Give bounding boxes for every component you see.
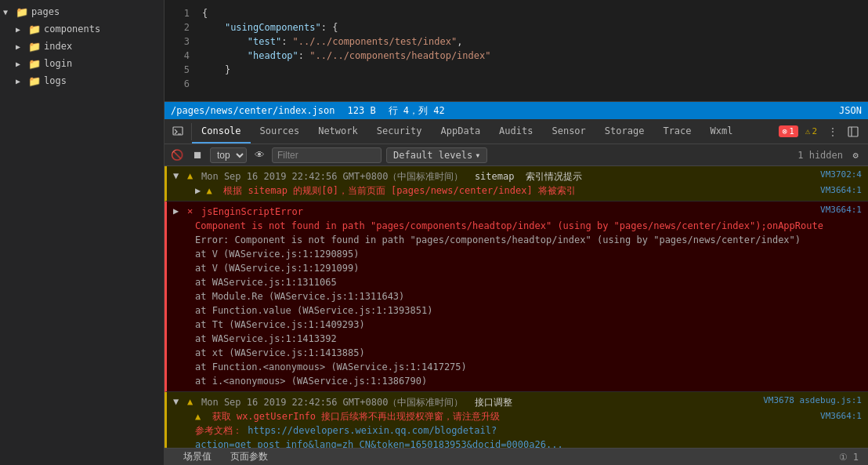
tree-label-index: index xyxy=(44,41,72,52)
sitemap-detail: ▶ ▲ 根据 sitemap 的规则[0]，当前页面 [pages/news/c… xyxy=(173,183,862,198)
interface-entry-text: Mon Sep 16 2019 22:42:56 GMT+0800（中国标准时间… xyxy=(201,395,760,409)
line-num-1: 1 xyxy=(165,6,190,20)
settings-icon[interactable]: ⚙ xyxy=(848,147,863,163)
tab-appdata[interactable]: AppData xyxy=(432,119,490,143)
interface-collapse-arrow[interactable]: ▼ xyxy=(173,396,184,407)
tree-item-index[interactable]: ▶ 📁 index xyxy=(0,38,164,55)
eye-icon[interactable]: 👁 xyxy=(251,147,267,163)
sitemap-sub-source[interactable]: VM3664:1 xyxy=(820,183,862,198)
jsengin-error-icon: ✕ xyxy=(187,205,198,216)
sitemap-sub-warn-icon: ▲ xyxy=(206,185,212,196)
interface-doc-link[interactable]: https://developers.weixin.qq.com/blogdet… xyxy=(195,425,563,448)
tree-label-login: login xyxy=(44,58,72,69)
bottom-tab-params[interactable]: 页面参数 xyxy=(221,449,277,465)
file-tree-panel: ▼ 📁 pages ▶ 📁 components ▶ 📁 index ▶ 📁 l… xyxy=(0,0,165,465)
interface-source[interactable]: VM3678 asdebug.js:1 xyxy=(763,395,862,405)
interface-sub-warn-icon: ▲ xyxy=(195,411,201,422)
interface-warn-icon: ▲ xyxy=(187,396,198,407)
jsengin-source[interactable]: VM3664:1 xyxy=(820,205,862,215)
chevron-down-icon: ▾ xyxy=(475,150,480,161)
interface-detail-1: ▲ 获取 wx.getUserInfo 接口后续将不再出现授权弹窗，请注意升级 … xyxy=(173,409,862,423)
file-size: 123 B xyxy=(348,105,376,116)
tree-item-login[interactable]: ▶ 📁 login xyxy=(0,55,164,72)
arrow-login: ▶ xyxy=(16,60,28,68)
error-badge[interactable]: ⊗ 1 xyxy=(779,125,798,137)
stack-line-11: at Function.<anonymous> (WAService.js:1:… xyxy=(195,360,862,374)
clear-console-icon[interactable]: 🚫 xyxy=(169,147,185,163)
console-filter-bar: 🚫 ⏹ top 👁 Default levels ▾ 1 hidden ⚙ xyxy=(165,144,868,166)
interface-detail-2: 参考文档： https://developers.weixin.qq.com/b… xyxy=(173,423,862,448)
stack-line-9: at WAService.js:1:1413392 xyxy=(195,332,862,346)
folder-icon-index: 📁 xyxy=(28,41,41,53)
tab-console[interactable]: Console xyxy=(192,119,251,143)
default-levels-btn[interactable]: Default levels ▾ xyxy=(386,147,487,163)
file-lang: JSON xyxy=(839,105,862,116)
arrow-logs: ▶ xyxy=(16,77,28,85)
line-num-3: 3 xyxy=(165,35,190,49)
tab-trace[interactable]: Trace xyxy=(653,119,700,143)
svg-rect-2 xyxy=(848,127,858,136)
code-line-4: "headtop": "../../components/headtop/ind… xyxy=(202,49,868,63)
stack-line-7: at Function.value (WAService.js:1:139385… xyxy=(195,303,862,318)
sitemap-sub-arrow: ▶ xyxy=(195,185,201,196)
filter-input[interactable] xyxy=(272,147,382,163)
right-panel: 1 2 3 4 5 6 { "usingComponents": { "test… xyxy=(165,0,868,465)
sitemap-desc: 索引情况提示 xyxy=(526,171,582,182)
console-entry-sitemap: ▼ ▲ Mon Sep 16 2019 22:42:56 GMT+0800（中国… xyxy=(165,166,868,202)
stack-line-10: at xt (WAService.js:1:1413885) xyxy=(195,346,862,360)
more-options-icon[interactable]: ⋮ xyxy=(824,123,841,140)
line-num-6: 6 xyxy=(165,77,190,91)
tab-audits[interactable]: Audits xyxy=(490,119,542,143)
tree-item-components[interactable]: ▶ 📁 components xyxy=(0,20,164,38)
folder-icon-login: 📁 xyxy=(28,58,41,70)
arrow-pages: ▼ xyxy=(3,8,16,16)
console-output: ▼ ▲ Mon Sep 16 2019 22:42:56 GMT+0800（中国… xyxy=(165,166,868,448)
code-editor: 1 2 3 4 5 6 { "usingComponents": { "test… xyxy=(165,0,868,102)
tree-item-logs[interactable]: ▶ 📁 logs xyxy=(0,72,164,89)
line-num-2: 2 xyxy=(165,20,190,35)
line-num-4: 4 xyxy=(165,49,190,63)
sitemap-collapse-arrow[interactable]: ▼ xyxy=(173,170,184,181)
code-line-2: "usingComponents": { xyxy=(202,20,868,35)
interface-entry-header: ▼ ▲ Mon Sep 16 2019 22:42:56 GMT+0800（中国… xyxy=(173,395,862,409)
devtools-tabs: Console Sources Network Security AppData… xyxy=(192,119,772,143)
stack-line-5: at WAService.js:1:1311065 xyxy=(195,275,862,289)
bottom-tab-scene[interactable]: 场景值 xyxy=(174,449,221,465)
sitemap-source[interactable]: VM3702:4 xyxy=(820,169,862,180)
warning-count: 2 xyxy=(812,126,817,136)
warning-badge[interactable]: ⚠ 2 xyxy=(801,125,821,137)
interface-label: 接口调整 xyxy=(475,397,512,408)
stack-line-4: at V (WAService.js:1:1291099) xyxy=(195,261,862,275)
interface-sub-source-1[interactable]: VM3664:1 xyxy=(820,409,862,423)
tab-storage[interactable]: Storage xyxy=(595,119,654,143)
stack-line-12: at i.<anonymous> (WAService.js:1:1386790… xyxy=(195,374,862,388)
tree-label-components: components xyxy=(44,24,100,35)
interface-sub-text-2: 参考文档： xyxy=(195,425,242,436)
tab-sensor[interactable]: Sensor xyxy=(542,119,595,143)
code-line-5: } xyxy=(202,63,868,77)
tab-wxml[interactable]: Wxml xyxy=(701,119,743,143)
tab-sources[interactable]: Sources xyxy=(251,119,309,143)
dock-icon[interactable] xyxy=(844,123,862,140)
tree-label-logs: logs xyxy=(44,75,67,86)
tab-security[interactable]: Security xyxy=(367,119,432,143)
sitemap-warn-icon: ▲ xyxy=(187,170,198,181)
jsengin-expand-arrow[interactable]: ▶ xyxy=(173,205,184,216)
code-content: { "usingComponents": { "test": "../../co… xyxy=(196,0,868,101)
tree-label-pages: pages xyxy=(31,6,60,17)
stack-line-1: Component is not found in path "pages/co… xyxy=(195,219,862,233)
tree-item-pages[interactable]: ▼ 📁 pages xyxy=(0,3,164,20)
stack-line-3: at V (WAService.js:1:1290895) xyxy=(195,247,862,261)
context-selector[interactable]: top xyxy=(210,147,247,163)
interface-timestamp: Mon Sep 16 2019 22:42:56 GMT+0800（中国标准时间… xyxy=(201,397,463,408)
sitemap-timestamp: Mon Sep 16 2019 22:42:56 GMT+0800（中国标准时间… xyxy=(201,171,463,182)
jsengin-stack-trace: Component is not found in path "pages/co… xyxy=(173,219,862,388)
warning-icon: ⚠ xyxy=(805,126,811,136)
tab-network[interactable]: Network xyxy=(309,119,367,143)
stack-line-6: at Module.Re (WAService.js:1:1311643) xyxy=(195,289,862,303)
stack-line-8: at Tt (WAService.js:1:1409293) xyxy=(195,318,862,332)
code-line-3: "test": "../../components/test/index", xyxy=(202,35,868,49)
stop-icon[interactable]: ⏹ xyxy=(190,147,205,163)
devtools-console-icon[interactable] xyxy=(169,123,186,140)
devtools-toolbar: Console Sources Network Security AppData… xyxy=(165,119,868,144)
